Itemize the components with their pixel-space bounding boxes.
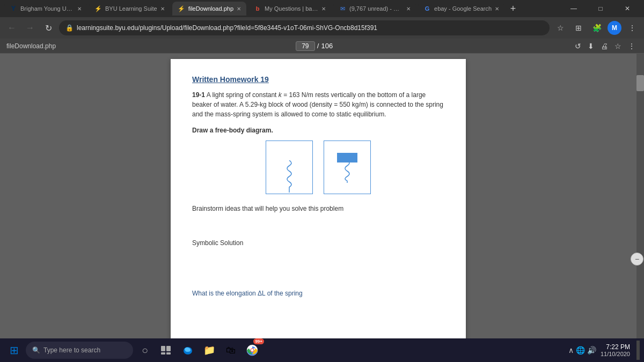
microsoft-store-icon[interactable]: 🛍 <box>221 341 240 360</box>
title-bar: Y Brigham Young Univers... ✕ ⚡ BYU Learn… <box>0 0 644 17</box>
address-bar: ← → ↻ 🔒 learningsuite.byu.edu/plugins/Up… <box>0 17 644 39</box>
profile-avatar[interactable]: M <box>608 21 621 35</box>
page-navigation: / 106 <box>60 41 568 51</box>
spring-svg-1 <box>279 160 300 193</box>
tab-ebay[interactable]: G ebay - Google Search ✕ <box>418 2 504 16</box>
tab-close-ls[interactable]: ✕ <box>160 6 165 12</box>
chrome-icon[interactable]: 99+ <box>243 341 262 360</box>
tab-byu[interactable]: Y Brigham Young Univers... ✕ <box>4 2 87 16</box>
page-number-input[interactable] <box>296 41 315 51</box>
pdf-viewer[interactable]: Written Homework 19 19-1 A light spring … <box>0 54 636 362</box>
refresh-button[interactable]: ↻ <box>41 20 56 35</box>
tab-favicon-byu: Y <box>10 5 17 12</box>
clock-date: 11/10/2020 <box>601 351 630 357</box>
tab-label-bt: My Questions | bartleby <box>265 5 318 12</box>
start-button[interactable]: ⊞ <box>4 341 24 360</box>
bookmark-star-icon[interactable]: ☆ <box>553 20 568 35</box>
clock[interactable]: 7:22 PM 11/10/2020 <box>601 343 630 357</box>
diagram-spring-only <box>266 141 313 194</box>
tab-favicon-em: ✉ <box>339 5 346 12</box>
diagram-spring-with-block <box>324 141 371 194</box>
problem-body: A light spring of constant k = 163 N/m r… <box>192 91 443 118</box>
chevron-up-icon[interactable]: ∧ <box>568 346 574 354</box>
scrollbar-track[interactable]: − <box>636 54 644 362</box>
new-tab-button[interactable]: + <box>506 2 520 16</box>
edge-icon[interactable] <box>178 341 197 360</box>
pdf-filename: fileDownload.php <box>6 42 56 50</box>
problem-text: 19-1 A light spring of constant k = 163 … <box>192 90 444 119</box>
maximize-button[interactable]: □ <box>588 0 613 17</box>
tab-learning-suite[interactable]: ⚡ BYU Learning Suite ✕ <box>89 2 170 16</box>
search-placeholder: Type here to search <box>43 346 100 354</box>
tab-close-byu[interactable]: ✕ <box>77 6 82 12</box>
symbolic-section: Symbolic Solution <box>192 239 444 247</box>
system-tray: ∧ 🌐 🔊 7:22 PM 11/10/2020 <box>568 341 640 360</box>
file-explorer-icon[interactable]: 📁 <box>200 341 219 360</box>
print-icon[interactable]: 🖨 <box>598 41 610 51</box>
notification-badge: 99+ <box>253 338 264 344</box>
problem-number: 19-1 <box>192 91 205 99</box>
rotate-icon[interactable]: ↺ <box>573 41 583 51</box>
browser-chrome: Y Brigham Young Univers... ✕ ⚡ BYU Learn… <box>0 0 644 54</box>
tab-label-fd: fileDownload.php <box>188 5 233 12</box>
lock-icon: 🔒 <box>65 24 74 32</box>
minimize-button[interactable]: — <box>561 0 586 17</box>
search-icon: 🔍 <box>32 346 40 354</box>
elongation-section: What is the elongation ΔL of the spring <box>192 290 444 297</box>
tab-filedownload[interactable]: ⚡ fileDownload.php ✕ <box>172 2 246 16</box>
brainstorm-label: Brainstorm ideas that will help you solv… <box>192 205 444 212</box>
scrollbar-thumb[interactable] <box>636 75 644 91</box>
svg-rect-4 <box>161 352 165 354</box>
taskbar-search[interactable]: 🔍 Type here to search <box>26 342 133 359</box>
tab-favicon-ls: ⚡ <box>94 5 102 12</box>
download-icon[interactable]: ⬇ <box>586 41 596 51</box>
draw-label: Draw a free-body diagram. <box>192 127 444 134</box>
tab-label-em: (9,767 unread) - mfball <box>349 5 403 12</box>
url-text: learningsuite.byu.edu/plugins/Upload/fil… <box>77 24 543 32</box>
task-view-button[interactable] <box>157 341 176 360</box>
elongation-label: What is the elongation ΔL of the spring <box>192 290 444 297</box>
page-number-display: / 106 <box>296 41 333 51</box>
symbolic-label: Symbolic Solution <box>192 239 444 247</box>
back-button[interactable]: ← <box>4 20 19 35</box>
brainstorm-section: Brainstorm ideas that will help you solv… <box>192 205 444 212</box>
volume-icon[interactable]: 🔊 <box>587 346 596 354</box>
forward-button[interactable]: → <box>23 20 38 35</box>
more-icon[interactable]: ⋮ <box>626 41 638 51</box>
svg-point-9 <box>251 349 254 352</box>
extensions-icon[interactable]: 🧩 <box>589 20 604 35</box>
pdf-toolbar: fileDownload.php / 106 ↺ ⬇ 🖨 ☆ ⋮ <box>0 39 644 54</box>
tab-close-fd[interactable]: ✕ <box>237 6 241 12</box>
section-title: Written Homework 19 <box>192 75 444 84</box>
tab-email[interactable]: ✉ (9,767 unread) - mfball ✕ <box>333 2 416 16</box>
close-button[interactable]: ✕ <box>615 0 640 17</box>
free-body-diagrams <box>192 141 444 194</box>
toolbar-right-icons: ↺ ⬇ 🖨 ☆ ⋮ <box>573 41 638 51</box>
tab-label-byu: Brigham Young Univers... <box>20 5 74 12</box>
spring-svg-2 <box>336 160 358 193</box>
tab-label-gg: ebay - Google Search <box>434 5 492 12</box>
show-desktop-button[interactable] <box>636 341 640 360</box>
main-area: Written Homework 19 19-1 A light spring … <box>0 54 644 362</box>
svg-rect-2 <box>161 346 165 351</box>
tab-close-em[interactable]: ✕ <box>406 6 411 12</box>
tab-bartleby[interactable]: b My Questions | bartleby ✕ <box>248 2 331 16</box>
taskbar: ⊞ 🔍 Type here to search ○ 📁 🛍 99+ <box>0 338 644 362</box>
tab-close-gg[interactable]: ✕ <box>495 6 499 12</box>
grid-icon[interactable]: ⊞ <box>571 20 586 35</box>
total-pages: 106 <box>321 42 333 50</box>
tab-favicon-bt: b <box>254 5 261 12</box>
sys-tray-icons: ∧ 🌐 🔊 <box>568 346 596 354</box>
tab-favicon-fd: ⚡ <box>178 5 185 12</box>
zoom-out-button[interactable]: − <box>631 253 643 265</box>
url-bar[interactable]: 🔒 learningsuite.byu.edu/plugins/Upload/f… <box>59 20 550 35</box>
cortana-button[interactable]: ○ <box>135 341 155 360</box>
tab-close-bt[interactable]: ✕ <box>321 6 326 12</box>
svg-rect-3 <box>166 346 171 351</box>
page-separator: / <box>317 42 319 50</box>
network-icon[interactable]: 🌐 <box>576 346 585 354</box>
tab-label-ls: BYU Learning Suite <box>105 5 157 12</box>
svg-rect-5 <box>166 352 171 354</box>
bookmark-icon[interactable]: ☆ <box>612 41 624 51</box>
menu-icon[interactable]: ⋮ <box>625 20 640 35</box>
